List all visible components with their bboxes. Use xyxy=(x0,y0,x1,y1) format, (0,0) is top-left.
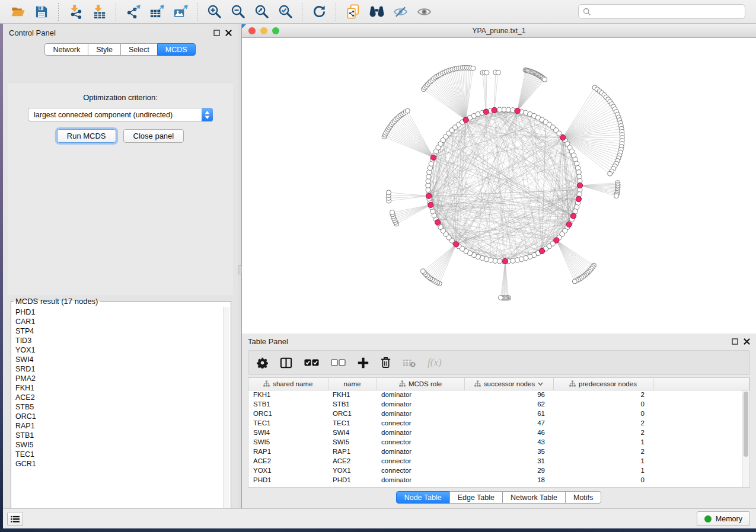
close-panel-icon[interactable] xyxy=(225,30,232,36)
table-cell[interactable]: 62 xyxy=(464,399,553,409)
search-box[interactable] xyxy=(578,4,745,19)
table-cell[interactable]: ACE2 xyxy=(248,456,328,466)
table-cell[interactable]: RAP1 xyxy=(328,447,377,456)
tab-node-table[interactable]: Node Table xyxy=(396,491,450,504)
search-input[interactable] xyxy=(594,8,741,16)
show-all-eye-icon[interactable] xyxy=(414,2,434,21)
tab-mcds[interactable]: MCDS xyxy=(157,43,196,56)
mcds-result-item[interactable]: GCR1 xyxy=(15,459,231,469)
table-cell[interactable]: 18 xyxy=(464,475,553,485)
graph-node[interactable] xyxy=(543,77,547,82)
table-cell[interactable]: connector xyxy=(377,418,464,428)
graph-node-mcds[interactable] xyxy=(502,258,508,264)
mcds-result-item[interactable]: STB5 xyxy=(15,402,231,412)
export-table-icon[interactable] xyxy=(146,2,167,21)
mcds-result-item[interactable]: STB1 xyxy=(15,431,231,440)
export-image-icon[interactable] xyxy=(170,2,190,21)
mcds-result-item[interactable]: SRD1 xyxy=(15,364,231,374)
mcds-result-item[interactable]: CAR1 xyxy=(15,317,231,326)
table-row[interactable]: FKH1FKH1dominator962 xyxy=(248,390,749,399)
table-cell[interactable]: 1 xyxy=(553,456,653,466)
tab-select[interactable]: Select xyxy=(120,43,158,56)
table-cell[interactable]: connector xyxy=(377,437,464,447)
graph-node-mcds[interactable] xyxy=(426,193,432,198)
table-cell[interactable]: ACE2 xyxy=(328,456,377,466)
table-cell[interactable]: 0 xyxy=(553,409,653,418)
table-cell[interactable]: ORC1 xyxy=(248,409,328,418)
table-cell[interactable]: dominator xyxy=(377,447,464,456)
zoom-out-icon[interactable] xyxy=(228,2,248,21)
table-scrollbar-thumb[interactable] xyxy=(744,392,748,457)
graph-node-mcds[interactable] xyxy=(515,108,520,113)
column-header[interactable]: shared name xyxy=(248,378,328,390)
table-cell[interactable]: STB1 xyxy=(248,399,328,409)
table-cell[interactable]: dominator xyxy=(377,428,464,437)
column-header[interactable]: successor nodes xyxy=(464,378,553,390)
table-cell[interactable]: TEC1 xyxy=(328,418,377,428)
delete-column-icon[interactable] xyxy=(381,357,391,368)
table-cell[interactable]: ORC1 xyxy=(328,409,377,418)
table-cell[interactable]: dominator xyxy=(377,409,464,418)
table-cell[interactable]: FKH1 xyxy=(248,390,328,399)
table-cell[interactable]: PHD1 xyxy=(248,475,328,485)
table-cell[interactable]: 0 xyxy=(553,475,653,485)
table-row[interactable]: PHD1PHD1dominator180 xyxy=(248,475,749,485)
mcds-list-scrollbar[interactable] xyxy=(223,307,229,519)
mcds-result-item[interactable]: SWI4 xyxy=(15,355,231,364)
graph-node[interactable] xyxy=(497,107,502,112)
mcds-result-item[interactable]: SWI5 xyxy=(15,440,231,450)
table-cell[interactable]: connector xyxy=(377,466,464,475)
table-row[interactable]: ORC1ORC1dominator610 xyxy=(248,409,749,418)
mcds-result-item[interactable]: YOX1 xyxy=(15,345,231,355)
graph-node[interactable] xyxy=(387,190,391,195)
table-scrollbar[interactable] xyxy=(742,390,749,487)
memory-button[interactable]: Memory xyxy=(697,511,750,526)
table-cell[interactable]: PHD1 xyxy=(328,475,377,485)
table-cell[interactable]: 0 xyxy=(553,399,653,409)
table-cell[interactable]: SWI4 xyxy=(328,428,377,437)
zoom-in-icon[interactable] xyxy=(204,2,224,21)
table-cell[interactable]: YOX1 xyxy=(248,466,328,475)
splitter-grip[interactable] xyxy=(238,265,242,274)
mcds-result-item[interactable]: PHD1 xyxy=(15,307,231,317)
column-header[interactable]: name xyxy=(328,378,377,390)
mcds-result-item[interactable]: ACE2 xyxy=(15,393,231,402)
graph-node[interactable] xyxy=(484,70,489,75)
table-cell[interactable]: TEC1 xyxy=(248,418,328,428)
import-network-icon[interactable] xyxy=(65,2,85,21)
column-header[interactable]: predecessor nodes xyxy=(553,378,653,390)
table-cell[interactable]: SWI5 xyxy=(248,437,328,447)
hide-selected-eye-icon[interactable] xyxy=(390,2,410,21)
zoom-fit-icon[interactable] xyxy=(251,2,272,21)
table-row[interactable]: ACE2ACE2connector311 xyxy=(248,456,749,466)
add-column-icon[interactable] xyxy=(358,357,369,368)
graph-node-mcds[interactable] xyxy=(539,248,544,254)
table-row[interactable]: STB1STB1dominator620 xyxy=(248,399,749,409)
table-cell[interactable]: 2 xyxy=(553,447,653,456)
tab-network[interactable]: Network xyxy=(44,43,88,56)
table-cell[interactable]: 46 xyxy=(464,428,553,437)
graph-node-mcds[interactable] xyxy=(577,182,582,188)
table-row[interactable]: YOX1YOX1connector291 xyxy=(248,466,749,475)
tab-style[interactable]: Style xyxy=(88,43,121,56)
float-table-panel-icon[interactable] xyxy=(732,338,738,345)
import-table-icon[interactable] xyxy=(89,2,109,21)
table-cell[interactable]: SWI4 xyxy=(248,428,328,437)
graph-node-mcds[interactable] xyxy=(576,197,581,202)
graph-node-mcds[interactable] xyxy=(430,155,436,160)
table-cell[interactable]: FKH1 xyxy=(328,390,377,399)
mcds-result-list[interactable]: PHD1CAR1STP4TID3YOX1SWI4SRD1PMA2FKH1ACE2… xyxy=(11,306,231,469)
table-cell[interactable]: dominator xyxy=(377,399,464,409)
table-row[interactable]: SWI4SWI4dominator462 xyxy=(248,428,749,437)
graph-node-mcds[interactable] xyxy=(492,107,497,113)
mcds-result-item[interactable]: PMA2 xyxy=(15,374,231,383)
close-table-panel-icon[interactable] xyxy=(744,338,750,345)
graph-node-mcds[interactable] xyxy=(463,117,468,123)
table-cell[interactable]: 2 xyxy=(553,418,653,428)
zoom-selected-icon[interactable] xyxy=(275,2,295,21)
graph-node[interactable] xyxy=(572,279,577,284)
table-cell[interactable]: 2 xyxy=(553,428,653,437)
table-cell[interactable]: dominator xyxy=(377,475,464,485)
graph-node[interactable] xyxy=(498,296,503,300)
mcds-result-item[interactable]: ORC1 xyxy=(15,412,231,421)
